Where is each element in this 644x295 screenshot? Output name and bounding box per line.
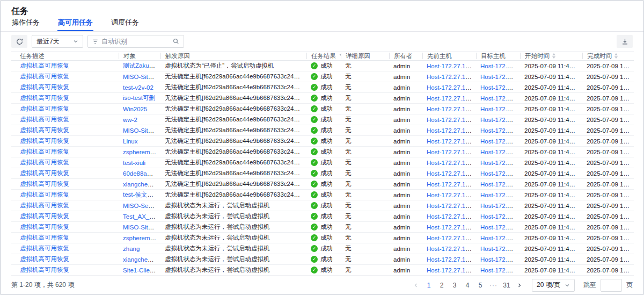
target-host-link[interactable]: Host-172.27… [480, 181, 520, 188]
refresh-button[interactable] [11, 35, 27, 48]
prev-host-link[interactable]: Host-172.27.1.30 [427, 138, 474, 145]
task-desc-link[interactable]: 虚拟机高可用恢复 [20, 95, 69, 101]
object-link[interactable]: zhang [123, 246, 140, 252]
target-host-link[interactable]: Host-172.27… [480, 160, 520, 166]
target-host-link[interactable]: Host-172.27… [480, 149, 520, 155]
prev-host-link[interactable]: Host-172.27.1.32 [427, 213, 474, 220]
object-link[interactable]: 测试Zaku集… [123, 62, 160, 69]
task-desc-link[interactable]: 虚拟机高可用恢复 [20, 191, 69, 198]
object-link[interactable]: Test_AX_Na… [123, 213, 160, 220]
prev-host-link[interactable]: Host-172.27.1.32 [427, 267, 474, 274]
task-desc-link[interactable]: 虚拟机高可用恢复 [20, 148, 69, 155]
page-number-button[interactable]: 5 [477, 282, 484, 289]
target-host-link[interactable]: Host-172.27… [480, 84, 520, 91]
task-desc-link[interactable]: 虚拟机高可用恢复 [20, 159, 69, 166]
task-desc-link[interactable]: 虚拟机高可用恢复 [20, 202, 69, 208]
prev-host-link[interactable]: Host-172.27.1.32 [427, 235, 474, 241]
target-host-link[interactable]: Host-172.27… [480, 95, 520, 102]
object-link[interactable]: 60de88a14… [123, 170, 160, 177]
task-desc-link[interactable]: 虚拟机高可用恢复 [20, 256, 69, 262]
prev-host-link[interactable]: Host-172.27.1.30 [427, 84, 474, 91]
task-desc-link[interactable]: 虚拟机高可用恢复 [20, 105, 69, 112]
task-desc-link[interactable]: 虚拟机高可用恢复 [20, 138, 69, 144]
task-desc-link[interactable]: 虚拟机高可用恢复 [20, 84, 69, 90]
export-button[interactable] [617, 35, 633, 48]
object-link[interactable]: zspheremim… [123, 149, 160, 155]
prev-host-link[interactable]: Host-172.27.1.30 [427, 149, 474, 155]
prev-host-link[interactable]: Host-172.27.1.32 [427, 246, 474, 252]
task-desc-link[interactable]: 虚拟机高可用恢复 [20, 267, 69, 273]
prev-page-button[interactable] [412, 283, 420, 288]
page-number-button[interactable]: 4 [464, 282, 471, 289]
prev-host-link[interactable]: Host-172.27.1.30 [427, 106, 474, 112]
task-desc-link[interactable]: 虚拟机高可用恢复 [20, 73, 69, 80]
prev-host-link[interactable]: Host-172.27.1.32 [427, 203, 474, 209]
target-host-link[interactable]: Host-172.27… [480, 235, 520, 241]
prev-host-link[interactable]: Host-172.27.1.32 [427, 224, 474, 231]
task-desc-link[interactable]: 虚拟机高可用恢复 [20, 213, 69, 219]
search-input[interactable] [101, 38, 170, 45]
tab-item[interactable]: 操作任务 [11, 16, 40, 31]
jump-page-input[interactable] [601, 279, 622, 292]
target-host-link[interactable]: Host-172.27… [480, 170, 520, 177]
filter-icon[interactable] [339, 53, 341, 59]
target-host-link[interactable]: Host-172.27… [480, 203, 520, 209]
task-desc-link[interactable]: 虚拟机高可用恢复 [20, 170, 69, 176]
tab-item[interactable]: 调度任务 [111, 16, 140, 31]
prev-host-link[interactable]: Host-172.27.1.30 [427, 95, 474, 102]
object-link[interactable]: Win2025 [123, 106, 147, 112]
task-desc-link[interactable]: 虚拟机高可用恢复 [20, 234, 69, 241]
prev-host-link[interactable]: Host-172.27.1.30 [427, 192, 474, 198]
next-page-button[interactable] [516, 283, 523, 288]
object-link[interactable]: MISO-Serve… [123, 203, 160, 209]
object-link[interactable]: Linux [123, 138, 138, 145]
target-host-link[interactable]: Host-172.27… [480, 256, 520, 263]
prev-host-link[interactable]: Host-172.27.1.30 [427, 74, 474, 80]
target-host-link[interactable]: Host-172.27… [480, 127, 520, 134]
target-host-link[interactable]: Host-172.27… [480, 192, 520, 198]
target-host-link[interactable]: Host-172.27… [480, 267, 520, 274]
target-host-link[interactable]: Host-172.27… [480, 246, 520, 252]
tab-item[interactable]: 高可用任务 [57, 16, 93, 31]
object-link[interactable]: test-v2v-02 [123, 84, 153, 91]
prev-host-link[interactable]: Host-172.27.1.32 [427, 256, 474, 263]
target-host-link[interactable]: Host-172.27… [480, 63, 520, 69]
search-icon[interactable] [173, 38, 179, 45]
object-link[interactable]: iso-test可删 [123, 95, 155, 101]
target-host-link[interactable]: Host-172.27… [480, 117, 520, 123]
task-desc-link[interactable]: 虚拟机高可用恢复 [20, 116, 69, 123]
object-link[interactable]: MISO-Site2… [123, 224, 160, 231]
prev-host-link[interactable]: Host-172.27.1.30 [427, 127, 474, 134]
task-desc-link[interactable]: 虚拟机高可用恢复 [20, 224, 69, 230]
target-host-link[interactable]: Host-172.27… [480, 138, 520, 145]
object-link[interactable]: test-侯文静-… [123, 191, 160, 198]
page-number-button[interactable]: 3 [451, 282, 458, 289]
task-desc-link[interactable]: 虚拟机高可用恢复 [20, 181, 69, 187]
object-link[interactable]: xiangcheng… [123, 181, 160, 188]
target-host-link[interactable]: Host-172.27… [480, 106, 520, 112]
task-desc-link[interactable]: 虚拟机高可用恢复 [20, 62, 69, 69]
object-link[interactable]: zspheremim… [123, 235, 160, 241]
page-number-button[interactable]: 1 [425, 282, 433, 289]
object-link[interactable]: MISO-Site1… [123, 127, 160, 134]
target-host-link[interactable]: Host-172.27… [480, 224, 520, 231]
page-size-select[interactable]: 20 项/页 [532, 279, 575, 292]
page-number-button[interactable]: 2 [438, 282, 445, 289]
object-link[interactable]: MISO-Site2… [123, 74, 160, 80]
prev-host-link[interactable]: Host-172.27.1.30 [427, 160, 474, 166]
target-host-link[interactable]: Host-172.27… [480, 74, 520, 80]
task-desc-link[interactable]: 虚拟机高可用恢复 [20, 245, 69, 251]
object-link[interactable]: ww-2 [123, 117, 137, 123]
prev-host-link[interactable]: Host-172.27.1.30 [427, 181, 474, 188]
prev-host-link[interactable]: Host-172.27.1.30 [427, 117, 474, 123]
prev-host-link[interactable]: Host-172.27.1.30 [427, 63, 474, 69]
object-link[interactable]: xiangcheng… [123, 256, 160, 263]
sort-icon[interactable] [552, 53, 555, 59]
task-desc-link[interactable]: 虚拟机高可用恢复 [20, 127, 69, 133]
object-link[interactable]: Site1-Client1 [123, 267, 158, 274]
target-host-link[interactable]: Host-172.27… [480, 213, 520, 220]
date-range-select[interactable]: 最近7天 [32, 35, 83, 48]
object-link[interactable]: test-xiuli [123, 160, 145, 166]
sort-icon[interactable] [614, 53, 618, 59]
page-number-button[interactable]: ··· [489, 282, 497, 289]
